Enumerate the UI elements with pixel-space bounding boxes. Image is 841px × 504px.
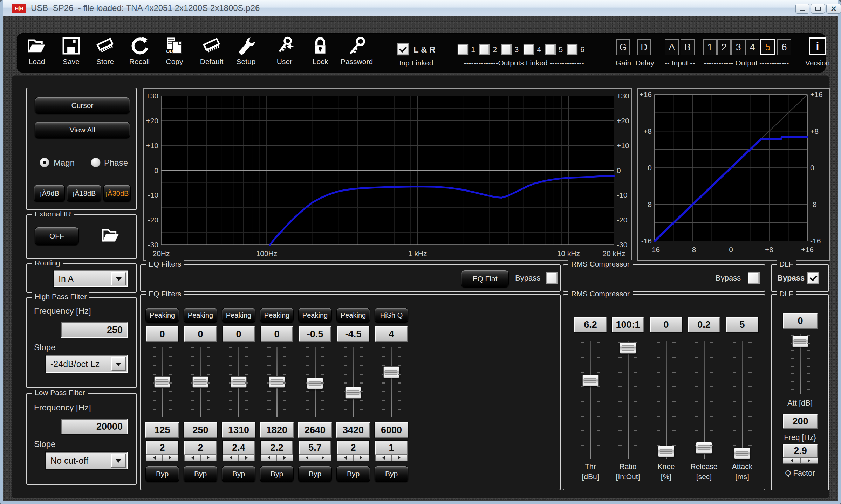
cursor-button[interactable]: Cursor [35, 97, 130, 114]
eq-band-3-gain-field[interactable]: 0 [223, 326, 255, 342]
slider-handle[interactable] [192, 376, 208, 388]
range-30db-button[interactable]: ¡À30dB [103, 185, 131, 202]
eq-band-7-bypass-button[interactable]: Byp [375, 466, 408, 482]
view-all-button[interactable]: View All [35, 122, 130, 138]
q-decrement-button[interactable] [299, 455, 315, 461]
delay-button[interactable]: D [637, 39, 651, 55]
eq-band-7-type-button[interactable]: HiSh Q [375, 308, 408, 323]
eq-band-1-frequency-field[interactable]: 125 [145, 422, 179, 438]
eq-band-2-frequency-field[interactable]: 250 [184, 422, 217, 438]
q-increment-button[interactable] [162, 455, 178, 461]
eq-band-1-bypass-button[interactable]: Byp [145, 466, 179, 482]
slider-handle[interactable] [154, 376, 170, 388]
eq-band-4-gain-slider[interactable] [260, 347, 294, 417]
range-9db-button[interactable]: ¡À9dB [34, 185, 65, 202]
q-decrement-button[interactable] [184, 455, 200, 461]
eq-bypass-checkbox[interactable] [546, 272, 558, 284]
lpf-frequency-field[interactable]: 20000 [61, 419, 128, 434]
magnitude-radio[interactable] [40, 158, 49, 167]
eq-band-5-gain-slider[interactable] [298, 347, 332, 417]
eq-band-6-gain-slider[interactable] [336, 347, 370, 417]
eq-band-4-q-field[interactable]: 2.2 [261, 441, 293, 455]
user-button[interactable]: User [268, 35, 301, 71]
eq-band-6-bypass-button[interactable]: Byp [336, 466, 370, 482]
eq-band-2-q-field[interactable]: 2 [184, 441, 217, 455]
output-linked-6-checkbox[interactable] [567, 44, 577, 55]
q-decrement-button[interactable] [223, 455, 239, 461]
minimize-button[interactable] [795, 4, 809, 14]
eq-band-4-frequency-field[interactable]: 1820 [260, 422, 294, 438]
threshold-slider[interactable] [574, 341, 607, 459]
eq-band-1-gain-slider[interactable] [145, 347, 179, 417]
slider-handle[interactable] [307, 378, 323, 389]
hpf-frequency-field[interactable]: 250 [61, 322, 128, 338]
q-decrement-button[interactable] [146, 455, 162, 461]
release-field[interactable]: 0.2 [688, 317, 720, 332]
lpf-slope-select[interactable]: No cut-off [46, 452, 128, 469]
lock-button[interactable]: Lock [303, 35, 337, 71]
output-linked-4-checkbox[interactable] [524, 44, 534, 55]
eq-band-4-bypass-button[interactable]: Byp [260, 466, 294, 482]
eq-band-7-gain-field[interactable]: 4 [375, 326, 408, 342]
eq-band-5-q-field[interactable]: 5.7 [299, 441, 331, 455]
q-increment-button[interactable] [239, 455, 255, 461]
copy-button[interactable]: OUT Copy [158, 35, 191, 71]
range-18db-button[interactable]: ¡À18dB [67, 185, 101, 202]
eq-band-3-frequency-field[interactable]: 1310 [222, 422, 255, 438]
q-decrement-button[interactable] [375, 455, 391, 461]
knee-field[interactable]: 0 [650, 317, 682, 332]
eq-band-6-q-field[interactable]: 2 [337, 441, 369, 455]
output-4-button[interactable]: 4 [745, 39, 759, 55]
default-button[interactable]: Default [195, 35, 228, 71]
eq-band-1-type-button[interactable]: Peaking [145, 308, 179, 323]
gain-button[interactable]: G [616, 39, 630, 55]
output-3-button[interactable]: 3 [731, 39, 745, 55]
eq-band-3-q-field[interactable]: 2.4 [223, 441, 255, 455]
maximize-button[interactable] [811, 4, 825, 14]
q-increment-button[interactable] [315, 455, 331, 461]
eq-band-2-gain-slider[interactable] [184, 347, 217, 417]
output-5-button[interactable]: 5 [760, 39, 775, 55]
eq-band-4-gain-field[interactable]: 0 [261, 326, 293, 342]
eq-band-7-frequency-field[interactable]: 6000 [375, 422, 408, 438]
save-button[interactable]: Save [54, 35, 88, 71]
slider-handle[interactable] [231, 376, 247, 388]
output-2-button[interactable]: 2 [717, 39, 731, 55]
eq-band-5-bypass-button[interactable]: Byp [298, 466, 332, 482]
compressor-bypass-checkbox[interactable] [748, 272, 760, 284]
slider-handle[interactable] [792, 336, 808, 347]
eq-band-3-type-button[interactable]: Peaking [222, 308, 255, 323]
dlf-attenuation-slider[interactable] [784, 334, 817, 394]
magnitude-response-graph[interactable]: +30+30+20+20+10+1000-10-10-20-20-30-3020… [144, 89, 631, 260]
slider-handle[interactable] [345, 387, 361, 399]
eq-band-5-type-button[interactable]: Peaking [298, 308, 332, 323]
input-a-button[interactable]: A [665, 39, 679, 55]
slider-handle[interactable] [582, 375, 599, 386]
slider-handle[interactable] [658, 446, 674, 457]
ratio-slider[interactable] [611, 341, 645, 459]
eq-band-2-gain-field[interactable]: 0 [184, 326, 217, 342]
hpf-slope-select[interactable]: -24dB/oct Lz [46, 355, 128, 373]
output-linked-1-checkbox[interactable] [458, 44, 468, 55]
slider-handle[interactable] [696, 442, 712, 454]
password-button[interactable]: Password [340, 35, 374, 71]
ratio-field[interactable]: 100:1 [612, 317, 644, 332]
setup-button[interactable]: Setup [229, 35, 263, 71]
slider-handle[interactable] [269, 376, 285, 388]
eq-band-6-gain-field[interactable]: -4.5 [337, 326, 369, 342]
load-button[interactable]: Load [20, 35, 54, 71]
slider-handle[interactable] [734, 448, 750, 459]
eq-band-2-type-button[interactable]: Peaking [184, 308, 217, 323]
q-increment-button[interactable] [353, 455, 369, 461]
input-b-button[interactable]: B [681, 39, 695, 55]
slider-handle[interactable] [383, 366, 399, 378]
eq-band-7-gain-slider[interactable] [375, 347, 408, 417]
eq-band-4-type-button[interactable]: Peaking [260, 308, 294, 323]
q-decrement-button[interactable] [261, 455, 277, 461]
eq-band-6-type-button[interactable]: Peaking [336, 308, 370, 323]
eq-band-6-frequency-field[interactable]: 3420 [336, 422, 370, 438]
eq-band-5-gain-field[interactable]: -0.5 [299, 326, 331, 342]
recall-button[interactable]: Recall [123, 35, 156, 71]
routing-select[interactable]: In A [54, 270, 128, 287]
attack-slider[interactable] [725, 341, 759, 459]
